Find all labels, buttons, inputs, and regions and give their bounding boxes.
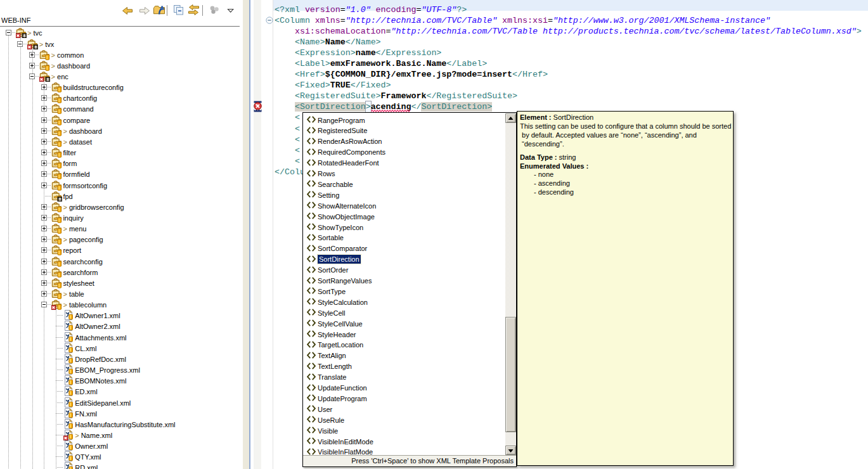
tree-row[interactable]: formsortconfig bbox=[0, 180, 243, 191]
tree-row[interactable]: AltOwner2.xml bbox=[0, 321, 243, 331]
tree-row[interactable]: > menu bbox=[0, 223, 243, 234]
tree-row[interactable]: ED.xml bbox=[0, 386, 243, 397]
tree-row[interactable]: > Name.xml bbox=[0, 430, 243, 440]
up-icon[interactable] bbox=[153, 4, 165, 16]
tree-row[interactable]: HasManufacturingSubstitute.xml bbox=[0, 419, 243, 430]
forward-icon[interactable] bbox=[138, 4, 150, 16]
tree-row[interactable]: form bbox=[0, 158, 243, 169]
proposal-item[interactable]: UpdateProgram bbox=[304, 393, 500, 404]
expand-icon[interactable] bbox=[41, 139, 47, 145]
proposal-item[interactable]: StyleCalculation bbox=[304, 297, 500, 307]
tree-row[interactable]: FN.xml bbox=[0, 408, 243, 419]
focus-icon[interactable] bbox=[209, 4, 221, 16]
tree-row[interactable]: inquiry bbox=[0, 212, 243, 223]
splitter-sash[interactable] bbox=[243, 0, 249, 469]
content-assist-scrollbar[interactable] bbox=[505, 113, 516, 455]
proposal-item[interactable]: Searchable bbox=[304, 179, 500, 190]
proposal-item[interactable]: SortOrder bbox=[304, 265, 500, 276]
proposal-item[interactable]: UpdateFunction bbox=[304, 383, 500, 394]
scrollbar-thumb[interactable] bbox=[505, 317, 516, 432]
proposal-item[interactable]: StyleCellValue bbox=[304, 318, 500, 329]
tree-row[interactable]: searchconfig bbox=[0, 256, 243, 267]
proposal-item[interactable]: Sortable bbox=[304, 233, 500, 243]
proposal-item[interactable]: RangeProgram bbox=[304, 115, 500, 125]
tree-row[interactable]: Attachments.xml bbox=[0, 332, 243, 343]
navigator-tree[interactable]: > tvc> tvx> common> dashboard> encbuilds… bbox=[0, 27, 243, 469]
fold-collapse-icon[interactable] bbox=[266, 15, 273, 23]
proposal-item[interactable]: ShowTypeIcon bbox=[304, 222, 500, 233]
proposal-item[interactable]: VisibleInEditMode bbox=[304, 436, 500, 447]
tree-row[interactable]: searchform bbox=[0, 267, 243, 278]
tree-row[interactable]: > dashboard bbox=[0, 60, 243, 71]
tree-row[interactable]: buildstructureconfig bbox=[0, 82, 243, 93]
tree-row[interactable]: RD.xml bbox=[0, 462, 243, 469]
proposal-item[interactable]: TargetLocation bbox=[304, 340, 500, 350]
tree-row[interactable]: > dataset bbox=[0, 136, 243, 147]
expand-icon[interactable] bbox=[29, 63, 35, 68]
expand-icon[interactable] bbox=[41, 117, 47, 123]
error-marker-icon[interactable] bbox=[254, 101, 262, 112]
expand-icon[interactable] bbox=[41, 128, 47, 134]
expand-icon[interactable] bbox=[41, 259, 47, 264]
tree-row[interactable]: report bbox=[0, 245, 243, 255]
tree-row[interactable]: > dashboard bbox=[0, 125, 243, 136]
proposal-item[interactable]: Rows bbox=[304, 169, 500, 179]
proposal-item[interactable]: ShowObjectImage bbox=[304, 211, 500, 222]
proposal-item[interactable]: Translate bbox=[304, 372, 500, 383]
proposal-item[interactable]: TextAlign bbox=[304, 350, 500, 361]
proposal-item[interactable]: StyleHeader bbox=[304, 329, 500, 340]
view-menu-icon[interactable] bbox=[227, 5, 235, 18]
proposal-item[interactable]: User bbox=[304, 404, 500, 414]
expand-icon[interactable] bbox=[41, 106, 47, 112]
proposal-item[interactable]: RenderAsRowAction bbox=[304, 136, 500, 147]
tree-row[interactable]: fpd bbox=[0, 191, 243, 202]
tree-row[interactable]: Owner.xml bbox=[0, 440, 243, 451]
expand-icon[interactable] bbox=[41, 291, 47, 297]
proposal-item[interactable]: RotatedHeaderFont bbox=[304, 158, 500, 169]
proposal-item[interactable]: Setting bbox=[304, 190, 500, 200]
scroll-down-button[interactable] bbox=[505, 446, 516, 455]
expand-icon[interactable] bbox=[29, 52, 35, 58]
back-icon[interactable] bbox=[122, 4, 134, 16]
tree-row[interactable]: > tvc bbox=[0, 27, 243, 38]
expand-icon[interactable] bbox=[41, 236, 47, 242]
link-with-editor-icon[interactable] bbox=[188, 4, 200, 16]
tree-row[interactable]: AltOwner1.xml bbox=[0, 310, 243, 321]
tree-row[interactable]: formfield bbox=[0, 169, 243, 179]
tree-row[interactable]: > tvx bbox=[0, 39, 243, 49]
proposal-item[interactable]: UseRule bbox=[304, 414, 500, 425]
tree-row[interactable]: filter bbox=[0, 147, 243, 158]
tree-row[interactable]: > table bbox=[0, 288, 243, 299]
tree-row[interactable]: EditSidepanel.xml bbox=[0, 397, 243, 408]
proposal-item[interactable]: Visible bbox=[304, 425, 500, 436]
proposal-item[interactable]: RegisteredSuite bbox=[304, 125, 500, 136]
scroll-up-button[interactable] bbox=[505, 113, 516, 123]
expand-icon[interactable] bbox=[41, 95, 47, 101]
proposal-item[interactable]: SortDirection bbox=[304, 254, 500, 265]
expand-icon[interactable] bbox=[41, 171, 47, 177]
collapse-all-icon[interactable] bbox=[172, 4, 185, 16]
tree-row[interactable]: EBOMNotes.xml bbox=[0, 375, 243, 386]
tree-row[interactable]: > enc bbox=[0, 71, 243, 82]
expand-icon[interactable] bbox=[41, 160, 47, 166]
expand-icon[interactable] bbox=[41, 280, 47, 286]
tree-row[interactable]: QTY.xml bbox=[0, 451, 243, 462]
expand-icon[interactable] bbox=[41, 150, 47, 155]
proposal-item[interactable]: TextLength bbox=[304, 361, 500, 372]
tree-row[interactable]: chartconfig bbox=[0, 93, 243, 103]
collapse-icon[interactable] bbox=[41, 302, 47, 307]
tree-row[interactable]: CL.xml bbox=[0, 343, 243, 354]
tree-row[interactable]: command bbox=[0, 103, 243, 114]
collapse-icon[interactable] bbox=[17, 41, 23, 47]
content-assist-list[interactable]: RangeProgramRegisteredSuiteRenderAsRowAc… bbox=[303, 113, 505, 455]
tree-row[interactable]: > pageconfig bbox=[0, 234, 243, 245]
tree-row[interactable]: stylesheet bbox=[0, 278, 243, 288]
expand-icon[interactable] bbox=[41, 215, 47, 221]
collapse-icon[interactable] bbox=[6, 30, 11, 35]
expand-icon[interactable] bbox=[41, 269, 47, 275]
tree-row[interactable]: EBOM_Progress.xml bbox=[0, 364, 243, 375]
expand-icon[interactable] bbox=[41, 247, 47, 253]
expand-icon[interactable] bbox=[41, 226, 47, 231]
proposal-item[interactable]: VisibleInFlatMode bbox=[304, 447, 500, 455]
proposal-item[interactable]: RequiredComponents bbox=[304, 147, 500, 158]
